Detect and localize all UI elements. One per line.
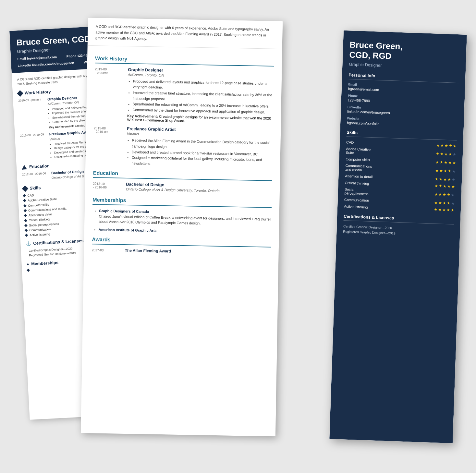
front-cert-list: Certified Graphic Designer—2020 Register… xyxy=(343,224,454,238)
mid-member2-org: American Institute of Graphic Arts xyxy=(99,227,271,235)
astar2: ★ xyxy=(440,152,444,156)
skill-row-comms: Communicationsand media ★ ★ ★ ★ ★ xyxy=(345,164,456,176)
bullet-9 xyxy=(25,234,28,237)
cstar5: ★ xyxy=(452,161,456,165)
skill-attention-name: Attention to detail xyxy=(345,174,435,181)
mid-member-section: Memberships xyxy=(92,197,272,208)
astar4: ★ xyxy=(448,152,452,157)
front-email-item: Email bgreen@email.com xyxy=(348,83,459,95)
crstar2: ★ xyxy=(439,184,442,188)
skill-social-name: Socialperceptiveness xyxy=(344,188,434,199)
key-achievement-label: Key Achievement: xyxy=(49,124,74,129)
front-website-item: Website bgreen.com/portfolio xyxy=(347,117,458,129)
crstar5: ★ xyxy=(451,184,455,189)
back-linkedin-value: linkedin.com/in/brucegreen xyxy=(32,61,74,67)
mstar1: ★ xyxy=(435,168,439,173)
mid-award1-title: The Allan Fleming Award xyxy=(125,248,171,253)
mid-job1-bullets: Proposed and delivered layouts and graph… xyxy=(127,79,274,115)
phone-label: Phone xyxy=(67,54,77,58)
alstar1: ★ xyxy=(434,207,437,212)
atstar1: ★ xyxy=(435,177,438,181)
costar3: ★ xyxy=(442,201,446,205)
costar5: ★ xyxy=(451,201,454,206)
skill-comms-name: Communicationsand media xyxy=(345,164,435,175)
skill-cad-stars: ★ ★ ★ ★ ★ xyxy=(436,143,457,148)
sostar4: ★ xyxy=(447,193,450,197)
graduation-icon xyxy=(22,165,27,170)
crstar3: ★ xyxy=(443,184,446,188)
front-name: Bruce Green,CGD, RGD xyxy=(349,40,460,64)
skill-computer-name: Computer skills xyxy=(346,157,435,164)
star4: ★ xyxy=(449,144,452,148)
skill-attention-stars: ★ ★ ★ ★ ★ xyxy=(435,177,455,182)
linkedin-label: LinkedIn xyxy=(18,63,31,67)
bullet-3 xyxy=(23,204,27,207)
mstar5: ★ xyxy=(452,169,456,174)
alstar3: ★ xyxy=(442,208,446,212)
mid-edu-date: 2012-10- 2016-06 xyxy=(93,181,122,193)
mid-j1-achievement: Key Achievement: Created graphic designs… xyxy=(127,114,273,124)
diamond-icon xyxy=(17,90,23,97)
costar2: ★ xyxy=(438,201,442,205)
costar1: ★ xyxy=(434,200,437,205)
mid-edu-entry: 2012-10- 2016-06 Bachelor of Design Onta… xyxy=(93,181,272,196)
mid-awards-section: Awards xyxy=(92,236,271,248)
astar5: ★ xyxy=(453,152,456,157)
mid-summary-text: A CGD and RGD-certified graphic designer… xyxy=(95,24,275,44)
alstar5: ★ xyxy=(451,208,454,212)
job2-date: 2015-08 · 2019-09 xyxy=(20,132,47,161)
alstar2: ★ xyxy=(438,208,442,212)
resume-mid: A CGD and RGD-certified graphic designer… xyxy=(81,18,283,436)
email-label: Email xyxy=(17,57,26,61)
mid-membership-list: Graphic Designers of Canada Chaired June… xyxy=(92,208,272,236)
front-skills-section: Skills xyxy=(347,130,457,141)
mid-job2: 2015-08- 2019-09 Freelance Graphic Artis… xyxy=(93,126,273,169)
cstar1: ★ xyxy=(435,160,439,164)
crstar4: ★ xyxy=(447,184,451,189)
mstar4: ★ xyxy=(448,169,451,174)
scene: Bruce Green, CGD, RGD Graphic Designer E… xyxy=(0,0,476,473)
mid-edu-section: Education xyxy=(93,170,272,181)
skill-adobe-name: Adobe CreativeSuite xyxy=(346,147,436,158)
skills-diamond-icon xyxy=(22,186,29,192)
cstar3: ★ xyxy=(444,160,447,165)
cstar2: ★ xyxy=(440,160,443,165)
sostar2: ★ xyxy=(438,192,442,197)
mid-member1-details: Chaired June's virtual edition of Coffee… xyxy=(99,214,271,225)
sostar1: ★ xyxy=(434,192,438,197)
mid-job1-date: 2019-09- present xyxy=(94,67,124,122)
bullet-7 xyxy=(24,224,28,227)
mid-job2-content: Freelance Graphic Artist Various Receive… xyxy=(126,126,273,169)
mid-award1-date: 2017-03 xyxy=(92,248,121,253)
mid-job2-date: 2015-08- 2019-09 xyxy=(93,126,123,166)
edu-date: 2012-10 · 2016-06 xyxy=(22,171,49,183)
bullet-4 xyxy=(24,209,27,212)
skill-active-name: Active listening xyxy=(344,204,434,212)
skill-cad-name: CAD xyxy=(346,140,436,148)
crstar1: ★ xyxy=(434,184,438,188)
heart-icon: ♦ xyxy=(27,261,29,267)
front-phone-item: Phone 123-456-7890 xyxy=(348,94,458,106)
skill-row-active: Active listening ★ ★ ★ ★ ★ xyxy=(344,204,454,212)
skill-active-stars: ★ ★ ★ ★ ★ xyxy=(434,207,454,212)
astar3: ★ xyxy=(444,152,448,156)
bullet-6 xyxy=(24,219,27,222)
atstar2: ★ xyxy=(439,177,443,182)
mid-award1: 2017-03 The Allan Fleming Award xyxy=(92,248,271,255)
mid-edu-institution: Ontario College of Art & Design Universi… xyxy=(126,187,220,193)
mid-member2: American Institute of Graphic Arts xyxy=(99,227,271,235)
skill-critical-name: Critical thinking xyxy=(345,181,434,188)
mid-summary-box: A CGD and RGD-certified graphic designer… xyxy=(88,18,283,49)
mstar2: ★ xyxy=(439,169,443,173)
sostar5: ★ xyxy=(451,193,455,197)
skill-computer-stars: ★ ★ ★ ★ ★ xyxy=(435,160,456,165)
sostar3: ★ xyxy=(443,192,446,197)
star1: ★ xyxy=(436,143,440,148)
bullet-5 xyxy=(24,214,27,217)
front-linkedin-item: LinkedIn linkedin.com/in/brucegreen xyxy=(347,105,458,117)
alstar4: ★ xyxy=(446,208,450,212)
astar1: ★ xyxy=(436,152,439,156)
skill-communication-name: Communication xyxy=(344,198,434,205)
skill-social-stars: ★ ★ ★ ★ ★ xyxy=(434,192,455,197)
skill-comms-stars: ★ ★ ★ ★ ★ xyxy=(435,168,456,174)
